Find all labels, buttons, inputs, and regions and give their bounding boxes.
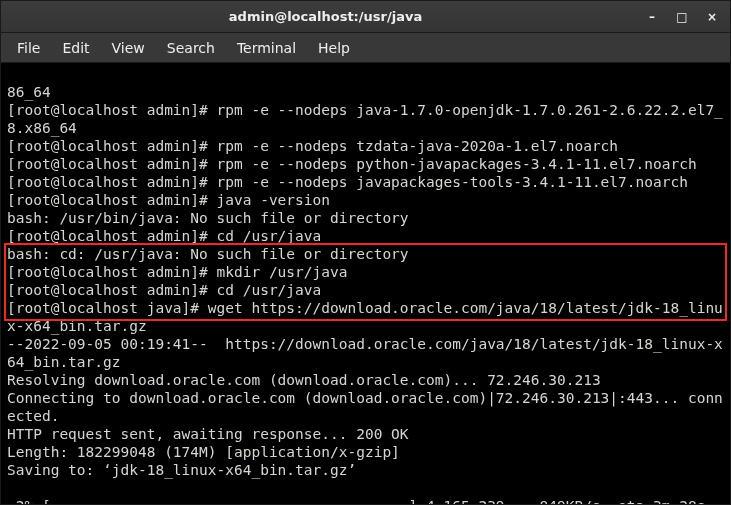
maximize-icon: □	[676, 10, 687, 24]
maximize-button[interactable]: □	[674, 9, 690, 25]
window-controls: – □ ×	[644, 9, 724, 25]
menu-view[interactable]: View	[102, 36, 155, 60]
window-title: admin@localhost:/usr/java	[7, 9, 644, 24]
terminal-line: Resolving download.oracle.com (download.…	[7, 372, 601, 388]
terminal-line: Connecting to download.oracle.com (downl…	[7, 390, 723, 424]
menu-help[interactable]: Help	[308, 36, 360, 60]
terminal-line: Saving to: ‘jdk-18_linux-x64_bin.tar.gz’	[7, 462, 356, 478]
titlebar: admin@localhost:/usr/java – □ ×	[1, 1, 730, 33]
terminal-line: [root@localhost admin]# rpm -e --nodeps …	[7, 174, 688, 190]
terminal-line: [root@localhost admin]# cd /usr/java	[7, 282, 321, 298]
terminal-line: HTTP request sent, awaiting response... …	[7, 426, 409, 442]
minimize-button[interactable]: –	[644, 9, 660, 25]
terminal-line: 86_64	[7, 84, 51, 100]
terminal-line: [root@localhost java]# wget https://down…	[7, 300, 723, 334]
menubar: File Edit View Search Terminal Help	[1, 33, 730, 63]
terminal-window: admin@localhost:/usr/java – □ × File Edi…	[0, 0, 731, 505]
terminal-line: [root@localhost admin]# cd /usr/java	[7, 228, 321, 244]
terminal-line: [root@localhost admin]# rpm -e --nodeps …	[7, 102, 723, 136]
terminal-line: bash: cd: /usr/java: No such file or dir…	[7, 246, 409, 262]
terminal-line: [root@localhost admin]# rpm -e --nodeps …	[7, 138, 618, 154]
terminal-line: bash: /usr/bin/java: No such file or dir…	[7, 210, 409, 226]
terminal-line: [root@localhost admin]# rpm -e --nodeps …	[7, 156, 697, 172]
terminal-line: --2022-09-05 00:19:41-- https://download…	[7, 336, 723, 370]
terminal-line: [root@localhost admin]# mkdir /usr/java	[7, 264, 347, 280]
terminal-line: [root@localhost admin]# java -version	[7, 192, 330, 208]
menu-file[interactable]: File	[7, 36, 50, 60]
menu-search[interactable]: Search	[157, 36, 225, 60]
menu-terminal[interactable]: Terminal	[227, 36, 306, 60]
close-icon: ×	[707, 10, 717, 24]
menu-edit[interactable]: Edit	[52, 36, 99, 60]
terminal-output[interactable]: 86_64 [root@localhost admin]# rpm -e --n…	[1, 63, 730, 504]
minimize-icon: –	[649, 10, 655, 24]
close-button[interactable]: ×	[704, 9, 720, 25]
wget-progress-line: 2% [ ] 4,165,239 849KB/s eta 3m 28s	[7, 498, 714, 504]
terminal-line: Length: 182299048 (174M) [application/x-…	[7, 444, 400, 460]
